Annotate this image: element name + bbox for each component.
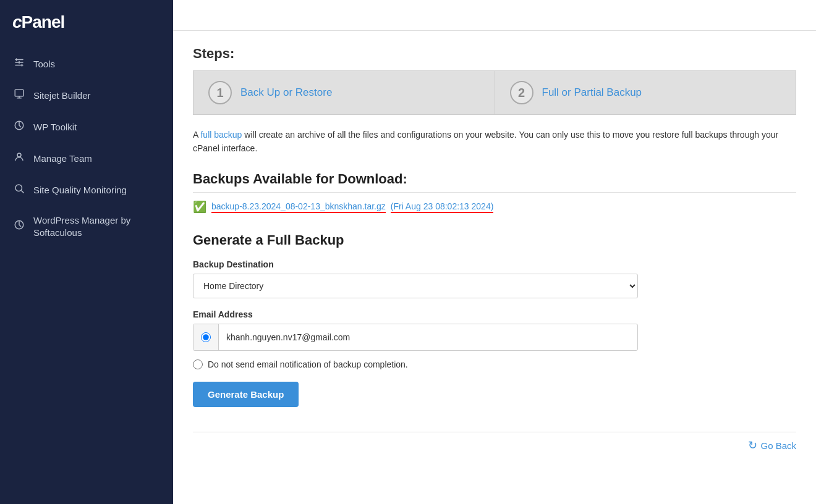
site-quality-icon: [12, 183, 26, 197]
main-content: Steps: 1 Back Up or Restore 2 Full or Pa…: [173, 31, 816, 504]
destination-label: Backup Destination: [193, 259, 796, 269]
no-email-label: Do not send email notification of backup…: [208, 359, 408, 369]
wordpress-manager-icon: [12, 219, 26, 233]
tools-icon: [12, 57, 26, 71]
go-back-link[interactable]: ↻ Go Back: [748, 439, 796, 452]
backup-destination-select[interactable]: Home Directory Remote FTP Server Remote …: [193, 274, 638, 298]
sidebar-item-label-sitejet: Sitejet Builder: [33, 90, 91, 102]
svg-rect-6: [15, 90, 23, 96]
step-2-number: 2: [510, 81, 533, 104]
no-email-radio[interactable]: [193, 359, 203, 369]
email-send-radio[interactable]: [201, 332, 211, 342]
sidebar-item-tools[interactable]: Tools: [0, 48, 173, 80]
svg-point-11: [15, 185, 22, 191]
steps-label: Steps:: [193, 46, 796, 62]
step-2[interactable]: 2 Full or Partial Backup: [495, 71, 796, 114]
email-radio-wrap: [193, 324, 219, 350]
sidebar-item-label-tools: Tools: [33, 58, 55, 70]
sidebar-item-manage-team[interactable]: Manage Team: [0, 143, 173, 174]
go-back-row: ↻ Go Back: [193, 432, 796, 452]
steps-bar: 1 Back Up or Restore 2 Full or Partial B…: [193, 70, 796, 115]
main-content-area: Steps: 1 Back Up or Restore 2 Full or Pa…: [173, 0, 816, 504]
backup-link-row: ✅ backup-8.23.2024_08-02-13_bknskhan.tar…: [193, 200, 796, 214]
highlight-text: full backup: [200, 130, 242, 140]
svg-point-10: [17, 153, 21, 157]
sidebar-item-site-quality[interactable]: Site Quality Monitoring: [0, 174, 173, 206]
step-1-number: 1: [208, 81, 232, 104]
sidebar-item-wp-toolkit[interactable]: WP Toolkit: [0, 111, 173, 143]
backup-file-link[interactable]: backup-8.23.2024_08-02-13_bknskhan.tar.g…: [211, 201, 386, 213]
sidebar-nav: Tools Sitejet Builder WP Toolkit: [0, 42, 173, 253]
generate-backup-button[interactable]: Generate Backup: [193, 382, 299, 407]
manage-team-icon: [12, 151, 26, 166]
sidebar-item-label-wp: WP Toolkit: [33, 121, 77, 133]
sidebar: cPanel Tools Sitejet Builder: [0, 0, 173, 504]
sitejet-icon: [12, 88, 26, 103]
go-back-icon: ↻: [748, 439, 757, 452]
email-input[interactable]: [219, 326, 637, 348]
cpanel-logo: cPanel: [0, 0, 173, 42]
top-bar: [173, 0, 816, 31]
step-1-text: Back Up or Restore: [240, 86, 332, 99]
sidebar-item-label-wordpress-manager: WordPress Manager by Softaculous: [33, 214, 161, 238]
step-1[interactable]: 1 Back Up or Restore: [193, 71, 495, 114]
sidebar-item-sitejet[interactable]: Sitejet Builder: [0, 80, 173, 111]
email-label: Email Address: [193, 309, 796, 319]
go-back-label: Go Back: [760, 440, 796, 451]
backup-date: (Fri Aug 23 08:02:13 2024): [391, 201, 494, 213]
no-email-row: Do not send email notification of backup…: [193, 359, 796, 369]
backups-heading: Backups Available for Download:: [193, 171, 796, 193]
step-2-text: Full or Partial Backup: [542, 86, 642, 99]
info-text: A full backup will create an archive of …: [193, 128, 796, 155]
email-input-row: [193, 324, 638, 351]
backup-check-icon: ✅: [193, 200, 206, 214]
generate-heading: Generate a Full Backup: [193, 232, 796, 248]
svg-line-12: [21, 190, 23, 193]
email-section: Email Address: [193, 309, 796, 351]
sidebar-item-label-manage-team: Manage Team: [33, 153, 92, 165]
wp-icon: [12, 120, 26, 134]
sidebar-item-wordpress-manager[interactable]: WordPress Manager by Softaculous: [0, 206, 173, 247]
sidebar-item-label-site-quality: Site Quality Monitoring: [33, 184, 127, 196]
